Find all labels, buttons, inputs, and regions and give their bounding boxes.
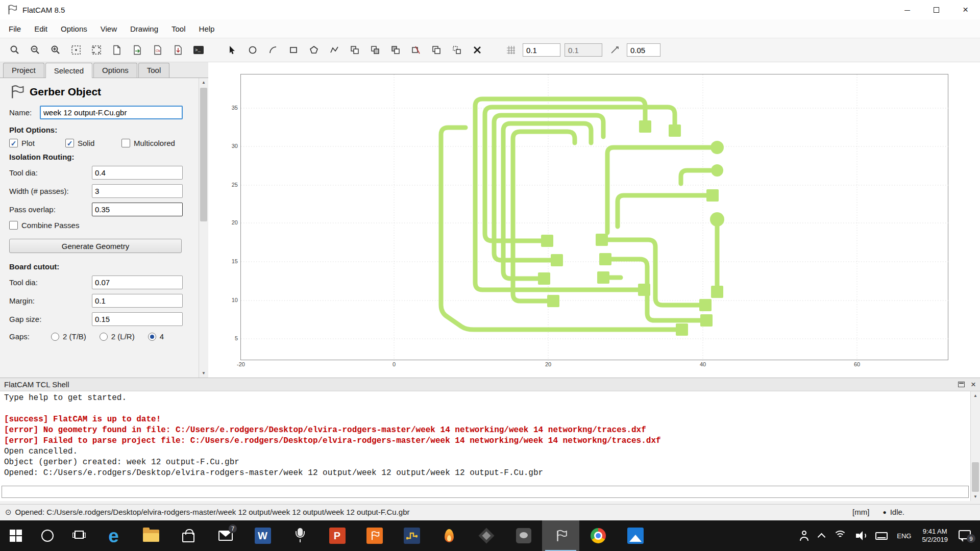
clock-date: 5/2/2019 (922, 536, 948, 544)
taskbar-voice-recorder[interactable] (281, 520, 318, 551)
start-button[interactable] (0, 520, 32, 551)
polygon-tool-icon[interactable] (305, 42, 323, 58)
copy-tool-icon[interactable] (428, 42, 445, 58)
y-axis-tick: 15 (224, 258, 238, 264)
shell-scrollbar[interactable]: ▲ ▼ (970, 391, 980, 501)
tab-selected[interactable]: Selected (45, 63, 92, 78)
circle-tool-icon[interactable] (244, 42, 261, 58)
plot-checkbox[interactable]: ✓Plot (9, 139, 65, 147)
generate-geometry-button[interactable]: Generate Geometry (9, 239, 182, 253)
taskbar-photos[interactable] (617, 520, 654, 551)
taskbar-chrome[interactable] (579, 520, 617, 551)
gerber-object-icon (9, 84, 24, 99)
taskbar-kicad[interactable] (393, 520, 430, 551)
menu-drawing[interactable]: Drawing (124, 21, 165, 37)
clock[interactable]: 9:41 AM 5/2/2019 (916, 528, 954, 544)
scrollbar-thumb[interactable] (200, 88, 207, 221)
cortana-icon (41, 530, 54, 542)
new-project-icon[interactable] (108, 42, 126, 58)
cut-path-tool-icon[interactable] (407, 42, 425, 58)
pass-overlap-input[interactable] (92, 203, 183, 216)
subtract-tool-icon[interactable] (387, 42, 404, 58)
gaps-radio-2-l-r-[interactable]: 2 (L/R) (100, 332, 135, 341)
shell-header: FlatCAM TCL Shell × (0, 378, 980, 391)
intersect-tool-icon[interactable] (366, 42, 384, 58)
scroll-down-arrow[interactable]: ▼ (971, 492, 980, 501)
tab-project[interactable]: Project (3, 63, 44, 78)
multicolored-checkbox[interactable]: Multicolored (121, 139, 175, 147)
tool-dia-input[interactable] (92, 166, 183, 180)
shell-command-input[interactable] (2, 486, 969, 498)
cortana-button[interactable] (32, 520, 63, 551)
zoom-fit-icon[interactable] (6, 42, 23, 58)
taskbar-flame-app[interactable] (430, 520, 468, 551)
status-target-icon: ⊙ (5, 508, 12, 517)
people-button[interactable] (795, 520, 814, 551)
plot-canvas[interactable]: 3530252015105-200204060 (240, 74, 948, 360)
grid-x-input[interactable] (523, 43, 560, 57)
minimize-button[interactable]: ─ (893, 0, 922, 19)
grid-snap-icon[interactable] (88, 42, 105, 58)
taskbar-flatcam-shortcut[interactable] (356, 520, 393, 551)
save-project-icon[interactable] (169, 42, 187, 58)
taskbar-store[interactable] (169, 520, 207, 551)
menu-view[interactable]: View (94, 21, 124, 37)
snap-max-input[interactable] (627, 43, 660, 57)
open-gerber-icon[interactable]: Ok (149, 42, 166, 58)
language-indicator[interactable]: ENG (892, 520, 916, 551)
gaps-radio-2-t-b-[interactable]: 2 (T/B) (51, 332, 86, 341)
gaps-radio-4[interactable]: 4 (148, 332, 164, 341)
panel-scrollbar[interactable]: ▲ ▼ (199, 78, 208, 378)
open-project-icon[interactable] (129, 42, 146, 58)
scroll-down-arrow[interactable]: ▼ (199, 369, 208, 378)
zoom-in-icon[interactable] (47, 42, 64, 58)
maximize-button[interactable] (922, 0, 951, 19)
select-tool-icon[interactable] (224, 42, 241, 58)
network-button[interactable] (829, 520, 851, 551)
combine-passes-checkbox[interactable]: Combine Passes (9, 221, 79, 230)
scroll-up-arrow[interactable]: ▲ (971, 391, 980, 400)
move-tool-icon[interactable] (448, 42, 465, 58)
task-view-button[interactable] (63, 520, 95, 551)
volume-button[interactable] (851, 520, 871, 551)
taskbar-inkscape[interactable] (468, 520, 505, 551)
margin-input[interactable] (92, 294, 183, 308)
menu-file[interactable]: File (2, 21, 28, 37)
taskbar-powerpoint[interactable]: P (318, 520, 356, 551)
cutout-tool-dia-input[interactable] (92, 276, 183, 289)
tab-options[interactable]: Options (93, 63, 137, 78)
width-passes-input[interactable] (92, 184, 183, 198)
taskbar-word[interactable]: W (244, 520, 281, 551)
menu-tool[interactable]: Tool (165, 21, 192, 37)
touch-keyboard-button[interactable] (871, 520, 892, 551)
close-button[interactable]: × (951, 0, 980, 19)
tray-overflow-button[interactable] (814, 520, 829, 551)
path-tool-icon[interactable] (326, 42, 343, 58)
menu-help[interactable]: Help (192, 21, 222, 37)
tab-tool[interactable]: Tool (138, 63, 170, 78)
shell-close-icon[interactable]: × (971, 380, 976, 389)
arc-tool-icon[interactable] (264, 42, 282, 58)
taskbar-edge[interactable]: e (95, 520, 132, 551)
scrollbar-thumb[interactable] (972, 462, 979, 492)
menu-options[interactable]: Options (54, 21, 94, 37)
rectangle-tool-icon[interactable] (285, 42, 302, 58)
taskbar-gimp[interactable] (505, 520, 542, 551)
solid-checkbox[interactable]: ✓Solid (65, 139, 121, 147)
menu-edit[interactable]: Edit (28, 21, 54, 37)
gap-size-input[interactable] (92, 312, 183, 326)
scroll-up-arrow[interactable]: ▲ (199, 78, 208, 87)
grid-y-input[interactable] (565, 43, 602, 57)
name-input[interactable] (40, 106, 183, 119)
notification-center-button[interactable]: 9 (954, 520, 980, 551)
taskbar-flatcam-active[interactable] (542, 520, 579, 551)
union-tool-icon[interactable] (346, 42, 363, 58)
taskbar-mail[interactable]: 7 (207, 520, 244, 551)
shell-toggle-icon[interactable]: >_ (190, 42, 207, 58)
taskbar-file-explorer[interactable] (132, 520, 169, 551)
shell-float-icon[interactable] (958, 382, 965, 387)
kicad-icon (404, 528, 420, 544)
delete-shape-icon[interactable] (469, 42, 486, 58)
zoom-out-icon[interactable] (27, 42, 44, 58)
grid-toggle-icon[interactable] (67, 42, 85, 58)
